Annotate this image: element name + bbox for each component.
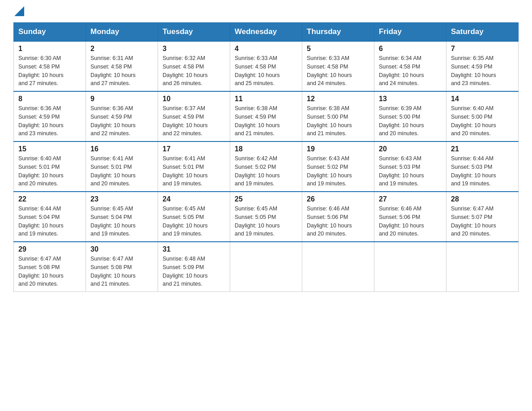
day-cell-8: 8 Sunrise: 6:36 AM Sunset: 4:59 PM Dayli… — [14, 91, 86, 141]
day-cell-10: 10 Sunrise: 6:37 AM Sunset: 4:59 PM Dayl… — [158, 91, 230, 141]
day-number: 11 — [235, 95, 297, 103]
day-info: Sunrise: 6:47 AM Sunset: 5:07 PM Dayligh… — [451, 205, 514, 238]
day-cell-3: 3 Sunrise: 6:32 AM Sunset: 4:58 PM Dayli… — [158, 41, 230, 91]
day-cell-4: 4 Sunrise: 6:33 AM Sunset: 4:58 PM Dayli… — [230, 41, 302, 91]
day-cell-5: 5 Sunrise: 6:33 AM Sunset: 4:58 PM Dayli… — [302, 41, 374, 91]
page-header — [13, 9, 519, 13]
day-cell-23: 23 Sunrise: 6:45 AM Sunset: 5:04 PM Dayl… — [86, 192, 158, 242]
day-number: 17 — [163, 145, 225, 153]
day-cell-24: 24 Sunrise: 6:45 AM Sunset: 5:05 PM Dayl… — [158, 192, 230, 242]
day-cell-18: 18 Sunrise: 6:42 AM Sunset: 5:02 PM Dayl… — [230, 141, 302, 192]
day-info: Sunrise: 6:39 AM Sunset: 5:00 PM Dayligh… — [379, 104, 442, 138]
week-row-1: 1 Sunrise: 6:30 AM Sunset: 4:58 PM Dayli… — [14, 41, 519, 91]
day-number: 2 — [90, 45, 153, 53]
day-cell-30: 30 Sunrise: 6:47 AM Sunset: 5:08 PM Dayl… — [86, 242, 158, 292]
day-info: Sunrise: 6:38 AM Sunset: 5:00 PM Dayligh… — [307, 104, 369, 138]
header-saturday: Saturday — [446, 23, 519, 42]
header-thursday: Thursday — [302, 23, 374, 42]
day-number: 1 — [18, 45, 81, 53]
day-info: Sunrise: 6:45 AM Sunset: 5:05 PM Dayligh… — [163, 205, 225, 238]
header-wednesday: Wednesday — [230, 23, 302, 42]
day-number: 10 — [163, 95, 225, 103]
day-number: 22 — [18, 195, 81, 203]
empty-day-cell — [446, 242, 519, 292]
day-cell-16: 16 Sunrise: 6:41 AM Sunset: 5:01 PM Dayl… — [86, 141, 158, 192]
day-number: 13 — [379, 95, 442, 103]
day-number: 23 — [90, 195, 153, 203]
day-number: 6 — [379, 45, 442, 53]
day-cell-17: 17 Sunrise: 6:41 AM Sunset: 5:01 PM Dayl… — [158, 141, 230, 192]
week-row-5: 29 Sunrise: 6:47 AM Sunset: 5:08 PM Dayl… — [14, 242, 519, 292]
day-info: Sunrise: 6:41 AM Sunset: 5:01 PM Dayligh… — [163, 154, 225, 188]
day-number: 28 — [451, 195, 514, 203]
day-number: 31 — [163, 245, 225, 253]
day-info: Sunrise: 6:30 AM Sunset: 4:58 PM Dayligh… — [18, 54, 81, 88]
weekday-header-row: SundayMondayTuesdayWednesdayThursdayFrid… — [14, 23, 519, 42]
day-number: 30 — [90, 245, 153, 253]
day-number: 25 — [235, 195, 297, 203]
day-info: Sunrise: 6:35 AM Sunset: 4:59 PM Dayligh… — [451, 54, 514, 88]
day-number: 16 — [90, 145, 153, 153]
day-cell-28: 28 Sunrise: 6:47 AM Sunset: 5:07 PM Dayl… — [446, 192, 519, 242]
day-cell-29: 29 Sunrise: 6:47 AM Sunset: 5:08 PM Dayl… — [14, 242, 86, 292]
day-cell-25: 25 Sunrise: 6:45 AM Sunset: 5:05 PM Dayl… — [230, 192, 302, 242]
day-cell-26: 26 Sunrise: 6:46 AM Sunset: 5:06 PM Dayl… — [302, 192, 374, 242]
day-number: 15 — [18, 145, 81, 153]
day-info: Sunrise: 6:36 AM Sunset: 4:59 PM Dayligh… — [90, 104, 153, 138]
logo-triangle-icon — [14, 6, 24, 16]
calendar-table: SundayMondayTuesdayWednesdayThursdayFrid… — [13, 22, 519, 292]
day-cell-21: 21 Sunrise: 6:44 AM Sunset: 5:03 PM Dayl… — [446, 141, 519, 192]
header-sunday: Sunday — [14, 23, 86, 42]
day-number: 3 — [163, 45, 225, 53]
day-info: Sunrise: 6:31 AM Sunset: 4:58 PM Dayligh… — [90, 54, 153, 88]
svg-marker-0 — [14, 6, 24, 16]
day-cell-31: 31 Sunrise: 6:48 AM Sunset: 5:09 PM Dayl… — [158, 242, 230, 292]
day-number: 9 — [90, 95, 153, 103]
day-cell-19: 19 Sunrise: 6:43 AM Sunset: 5:02 PM Dayl… — [302, 141, 374, 192]
day-cell-2: 2 Sunrise: 6:31 AM Sunset: 4:58 PM Dayli… — [86, 41, 158, 91]
day-cell-20: 20 Sunrise: 6:43 AM Sunset: 5:03 PM Dayl… — [374, 141, 446, 192]
day-info: Sunrise: 6:36 AM Sunset: 4:59 PM Dayligh… — [18, 104, 81, 138]
day-cell-12: 12 Sunrise: 6:38 AM Sunset: 5:00 PM Dayl… — [302, 91, 374, 141]
week-row-4: 22 Sunrise: 6:44 AM Sunset: 5:04 PM Dayl… — [14, 192, 519, 242]
day-number: 8 — [18, 95, 81, 103]
header-friday: Friday — [374, 23, 446, 42]
day-info: Sunrise: 6:37 AM Sunset: 4:59 PM Dayligh… — [163, 104, 225, 138]
day-info: Sunrise: 6:43 AM Sunset: 5:02 PM Dayligh… — [307, 154, 369, 188]
day-info: Sunrise: 6:33 AM Sunset: 4:58 PM Dayligh… — [307, 54, 369, 88]
day-info: Sunrise: 6:41 AM Sunset: 5:01 PM Dayligh… — [90, 154, 153, 188]
day-info: Sunrise: 6:47 AM Sunset: 5:08 PM Dayligh… — [90, 255, 153, 288]
day-number: 27 — [379, 195, 442, 203]
day-cell-7: 7 Sunrise: 6:35 AM Sunset: 4:59 PM Dayli… — [446, 41, 519, 91]
day-info: Sunrise: 6:40 AM Sunset: 5:00 PM Dayligh… — [451, 104, 514, 138]
week-row-2: 8 Sunrise: 6:36 AM Sunset: 4:59 PM Dayli… — [14, 91, 519, 141]
day-info: Sunrise: 6:47 AM Sunset: 5:08 PM Dayligh… — [18, 255, 81, 288]
day-number: 29 — [18, 245, 81, 253]
day-info: Sunrise: 6:45 AM Sunset: 5:05 PM Dayligh… — [235, 205, 297, 238]
header-tuesday: Tuesday — [158, 23, 230, 42]
day-number: 5 — [307, 45, 369, 53]
day-info: Sunrise: 6:46 AM Sunset: 5:06 PM Dayligh… — [379, 205, 442, 238]
day-info: Sunrise: 6:44 AM Sunset: 5:03 PM Dayligh… — [451, 154, 514, 188]
day-info: Sunrise: 6:33 AM Sunset: 4:58 PM Dayligh… — [235, 54, 297, 88]
day-cell-9: 9 Sunrise: 6:36 AM Sunset: 4:59 PM Dayli… — [86, 91, 158, 141]
day-info: Sunrise: 6:48 AM Sunset: 5:09 PM Dayligh… — [163, 255, 225, 288]
empty-day-cell — [374, 242, 446, 292]
day-number: 19 — [307, 145, 369, 153]
day-info: Sunrise: 6:32 AM Sunset: 4:58 PM Dayligh… — [163, 54, 225, 88]
day-info: Sunrise: 6:44 AM Sunset: 5:04 PM Dayligh… — [18, 205, 81, 238]
logo — [13, 9, 24, 13]
empty-day-cell — [302, 242, 374, 292]
day-number: 24 — [163, 195, 225, 203]
week-row-3: 15 Sunrise: 6:40 AM Sunset: 5:01 PM Dayl… — [14, 141, 519, 192]
empty-day-cell — [230, 242, 302, 292]
day-number: 4 — [235, 45, 297, 53]
day-number: 12 — [307, 95, 369, 103]
day-info: Sunrise: 6:40 AM Sunset: 5:01 PM Dayligh… — [18, 154, 81, 188]
day-info: Sunrise: 6:46 AM Sunset: 5:06 PM Dayligh… — [307, 205, 369, 238]
day-cell-13: 13 Sunrise: 6:39 AM Sunset: 5:00 PM Dayl… — [374, 91, 446, 141]
day-number: 14 — [451, 95, 514, 103]
day-cell-6: 6 Sunrise: 6:34 AM Sunset: 4:58 PM Dayli… — [374, 41, 446, 91]
day-cell-15: 15 Sunrise: 6:40 AM Sunset: 5:01 PM Dayl… — [14, 141, 86, 192]
day-info: Sunrise: 6:38 AM Sunset: 4:59 PM Dayligh… — [235, 104, 297, 138]
